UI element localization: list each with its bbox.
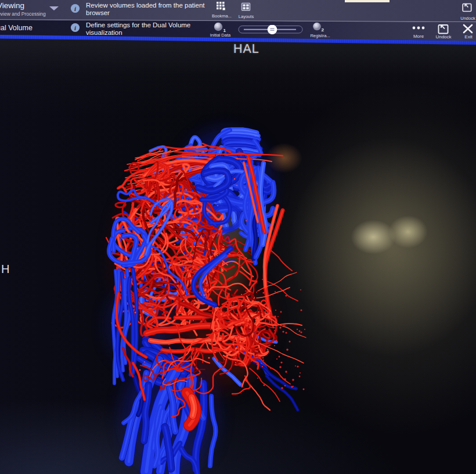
- svg-text:1: 1: [223, 27, 226, 33]
- svg-text:2: 2: [322, 27, 324, 33]
